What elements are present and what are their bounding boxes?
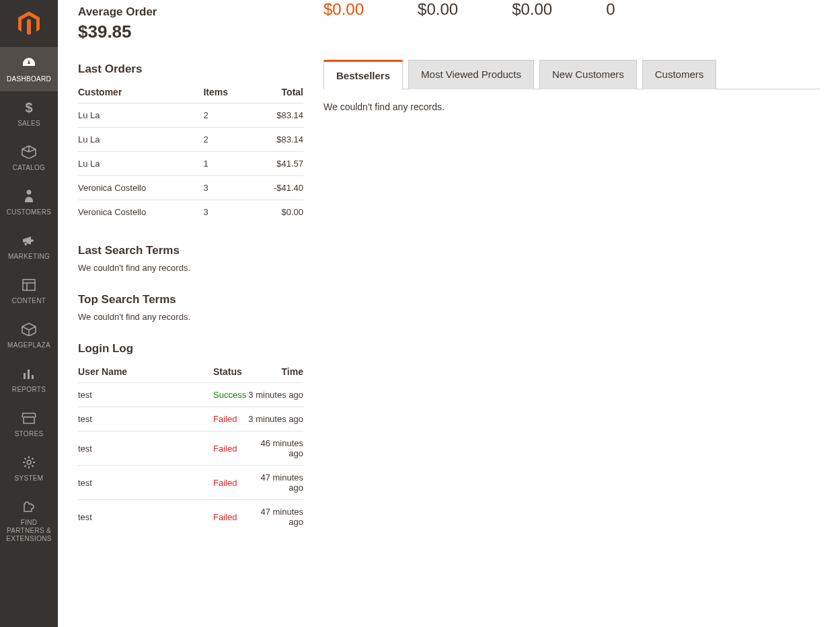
nav-system[interactable]: SYSTEM [0, 446, 58, 491]
nav-label: STORES [15, 430, 44, 438]
cell-time: 46 minutes ago [246, 431, 303, 466]
stat-quantity: 0 [606, 0, 615, 19]
cell-customer: Veronica Costello [78, 176, 203, 200]
person-icon [21, 188, 37, 204]
svg-rect-7 [32, 375, 34, 379]
svg-rect-2 [23, 280, 35, 290]
tab-new-customers[interactable]: New Customers [539, 60, 637, 89]
tab-most-viewed[interactable]: Most Viewed Products [408, 60, 534, 89]
cell-user: test [78, 500, 213, 534]
nav-label: SALES [17, 120, 40, 128]
cell-items: 3 [203, 200, 248, 224]
dollar-icon: $ [21, 99, 37, 116]
nav-stores[interactable]: STORES [0, 402, 58, 446]
col-time: Time [246, 361, 303, 383]
cell-items: 1 [203, 152, 248, 176]
puzzle-icon [21, 499, 37, 515]
megaphone-icon [21, 233, 37, 249]
tab-bestsellers[interactable]: Bestsellers [323, 60, 403, 89]
cell-items: 2 [203, 103, 248, 128]
tab-customers[interactable]: Customers [642, 60, 717, 89]
tab-content: We couldn't find any records. [323, 89, 820, 124]
cell-customer: Lu La [78, 128, 203, 152]
table-row[interactable]: Lu La2$83.14 [78, 128, 303, 152]
cell-user: test [78, 466, 213, 500]
nav-content[interactable]: CONTENT [0, 269, 58, 313]
cube-icon [21, 321, 37, 337]
nav-label: FIND PARTNERS & EXTENSIONS [3, 519, 55, 543]
cell-time: 3 minutes ago [246, 383, 303, 407]
svg-rect-5 [24, 373, 26, 379]
table-row[interactable]: testFailed3 minutes ago [78, 407, 303, 431]
nav-label: MARKETING [8, 253, 50, 261]
cell-customer: Lu La [78, 152, 203, 176]
cell-time: 3 minutes ago [246, 407, 303, 431]
cell-user: test [78, 383, 213, 407]
table-row[interactable]: Veronica Costello3-$41.40 [78, 176, 303, 200]
table-row[interactable]: Lu La1$41.57 [78, 152, 303, 176]
cell-status: Failed [213, 431, 246, 466]
nav-mageplaza[interactable]: MAGEPLAZA [0, 313, 58, 358]
stat-tax: $0.00 [418, 0, 458, 19]
nav-marketing[interactable]: MARKETING [0, 224, 58, 269]
svg-point-1 [27, 190, 32, 195]
top-search-msg: We couldn't find any records. [78, 312, 303, 322]
table-row[interactable]: testFailed47 minutes ago [78, 500, 303, 534]
avg-order-label: Average Order [78, 5, 303, 19]
table-row[interactable]: testSuccess3 minutes ago [78, 383, 303, 407]
table-row[interactable]: testFailed47 minutes ago [78, 466, 303, 500]
svg-text:$: $ [25, 100, 32, 115]
sidebar: DASHBOARD $ SALES CATALOG CUSTOMERS MARK… [0, 0, 58, 627]
cell-status: Failed [213, 466, 246, 500]
nav-dashboard[interactable]: DASHBOARD [0, 47, 58, 91]
avg-order-value: $39.85 [78, 22, 303, 42]
stats-row: $0.00 $0.00 $0.00 0 [323, 0, 820, 19]
nav-label: CONTENT [12, 297, 46, 305]
tabs: Bestsellers Most Viewed Products New Cus… [323, 59, 820, 89]
top-search-title: Top Search Terms [78, 293, 303, 306]
col-user: User Name [78, 361, 213, 383]
login-log-table: User Name Status Time testSuccess3 minut… [78, 361, 303, 534]
cell-user: test [78, 407, 213, 431]
col-items: Items [203, 81, 248, 103]
col-status: Status [213, 361, 246, 383]
nav-find-partners[interactable]: FIND PARTNERS & EXTENSIONS [0, 491, 58, 551]
cell-total: -$41.40 [249, 176, 303, 200]
table-row[interactable]: testFailed46 minutes ago [78, 431, 303, 466]
nav-customers[interactable]: CUSTOMERS [0, 180, 58, 224]
cell-time: 47 minutes ago [246, 500, 303, 534]
cell-total: $0.00 [249, 200, 303, 224]
cell-user: test [78, 431, 213, 466]
cell-status: Success [213, 383, 246, 407]
box-icon [21, 144, 37, 160]
last-search-msg: We couldn't find any records. [78, 263, 303, 273]
cell-total: $83.14 [249, 103, 303, 128]
svg-point-8 [27, 460, 31, 464]
stat-shipping: $0.00 [512, 0, 552, 19]
table-row[interactable]: Veronica Costello3$0.00 [78, 200, 303, 224]
cell-time: 47 minutes ago [246, 466, 303, 500]
nav-catalog[interactable]: CATALOG [0, 136, 58, 180]
layout-icon [21, 277, 37, 293]
last-orders-table: Customer Items Total Lu La2$83.14Lu La2$… [78, 81, 303, 224]
table-row[interactable]: Lu La2$83.14 [78, 103, 303, 128]
cell-total: $83.14 [249, 128, 303, 152]
nav-reports[interactable]: REPORTS [0, 358, 58, 402]
col-customer: Customer [78, 81, 203, 103]
nav-label: CUSTOMERS [7, 208, 51, 216]
gear-icon [21, 454, 37, 470]
nav-sales[interactable]: $ SALES [0, 91, 58, 136]
magento-logo[interactable] [0, 0, 58, 47]
last-search-title: Last Search Terms [78, 244, 303, 257]
main-content: Average Order $39.85 Last Orders Custome… [58, 0, 840, 627]
col-total: Total [249, 81, 303, 103]
storefront-icon [21, 410, 37, 426]
magento-icon [18, 11, 40, 36]
cell-items: 3 [203, 176, 248, 200]
stat-revenue: $0.00 [323, 0, 364, 19]
cell-customer: Lu La [78, 103, 203, 128]
nav-label: DASHBOARD [7, 75, 51, 83]
bars-icon [21, 366, 37, 382]
cell-customer: Veronica Costello [78, 200, 203, 224]
login-log-title: Login Log [78, 342, 303, 356]
